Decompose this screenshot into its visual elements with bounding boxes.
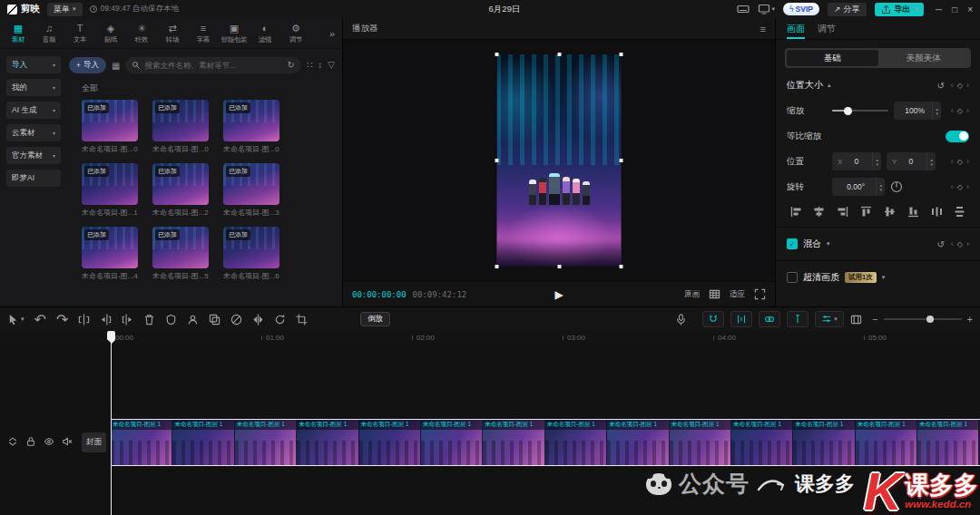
timeline-clip[interactable]: 未命名项目-图层 1 bbox=[731, 420, 793, 465]
export-button[interactable]: 导出 ▾ bbox=[875, 3, 925, 16]
media-item[interactable]: 已添加 未命名项目-图...1.jpeg bbox=[82, 163, 138, 218]
selection-handle[interactable] bbox=[620, 265, 623, 268]
import-button[interactable]: + 导入 bbox=[69, 57, 106, 73]
media-item[interactable]: 已添加 未命名项目-图...3.jpeg bbox=[223, 163, 279, 218]
film-strip-icon[interactable] bbox=[850, 314, 862, 326]
media-tab[interactable]: ⇄ 转场 bbox=[157, 23, 188, 44]
properties-subtab[interactable]: 美颜美体 bbox=[878, 50, 970, 66]
position-x-stepper[interactable]: X 0 ▴▾ bbox=[832, 152, 881, 170]
zoom-out-icon[interactable]: − bbox=[872, 315, 877, 325]
grid-size-icon[interactable]: ∷ bbox=[307, 61, 312, 70]
media-item[interactable]: 已添加 未命名项目-图...0.jpeg bbox=[152, 100, 209, 154]
media-tab[interactable]: ▦ 素材 bbox=[3, 23, 34, 44]
keyframe-controls[interactable]: ‹◇› bbox=[951, 106, 969, 115]
view-toggle-icon[interactable]: ▦ bbox=[112, 61, 120, 71]
preview-axis-toggle[interactable] bbox=[787, 311, 808, 327]
scale-value-stepper[interactable]: 100% ▴▾ bbox=[894, 102, 941, 120]
reverse-button[interactable]: 倒放 bbox=[360, 312, 390, 326]
align-center-horizontal-icon[interactable] bbox=[810, 204, 828, 219]
media-nav-item[interactable]: 官方素材 ▾ bbox=[6, 147, 61, 164]
refresh-icon[interactable]: ↻ bbox=[288, 61, 295, 70]
linkage-toggle[interactable] bbox=[759, 311, 780, 327]
timeline-clip[interactable]: 未命名项目-图层 1 bbox=[483, 420, 544, 465]
media-nav-item[interactable]: 我的 ▾ bbox=[6, 79, 61, 96]
align-bottom-icon[interactable] bbox=[904, 204, 922, 219]
shortcut-keyboard-icon[interactable] bbox=[737, 3, 750, 15]
timeline-clip[interactable]: 未命名项目-图层 1 bbox=[421, 420, 483, 465]
zoom-slider-thumb[interactable] bbox=[926, 316, 934, 323]
align-top-icon[interactable] bbox=[858, 204, 876, 219]
undo-icon[interactable]: ↶ bbox=[34, 311, 46, 328]
timeline-clip[interactable]: 未命名项目-图层 1 bbox=[670, 420, 731, 465]
menu-button[interactable]: 菜单 ▾ bbox=[47, 3, 83, 16]
zoom-in-icon[interactable]: + bbox=[967, 315, 973, 325]
keyframe-controls[interactable]: ‹◇› bbox=[951, 81, 969, 90]
track-layout-dropdown[interactable]: ▾ bbox=[815, 311, 844, 327]
selection-handle[interactable] bbox=[495, 159, 499, 162]
uniform-scale-toggle[interactable] bbox=[946, 131, 969, 142]
timeline-clip[interactable]: 未命名项目-图层 1 bbox=[235, 420, 297, 465]
distribute-horizontal-icon[interactable] bbox=[927, 204, 946, 219]
position-y-stepper[interactable]: Y 0 ▴▾ bbox=[887, 152, 936, 170]
timeline-clip[interactable]: 未命名项目-图层 1 bbox=[111, 420, 172, 465]
media-thumbnail[interactable]: 已添加 bbox=[152, 100, 209, 141]
media-tab[interactable]: ◐ 滤镜 bbox=[250, 23, 280, 44]
media-tab[interactable]: T 文本 bbox=[64, 23, 95, 44]
stepper-arrows[interactable]: ▴▾ bbox=[872, 152, 881, 170]
align-right-icon[interactable] bbox=[834, 204, 852, 219]
media-item[interactable]: 已添加 未命名项目-图...5.jpeg bbox=[152, 227, 209, 281]
timeline-clip[interactable]: 未命名项目-图层 1 bbox=[545, 420, 607, 465]
delete-icon[interactable] bbox=[143, 314, 155, 326]
close-button[interactable]: × bbox=[967, 5, 973, 15]
playhead[interactable] bbox=[111, 331, 112, 515]
media-thumbnail[interactable]: 已添加 bbox=[82, 100, 138, 141]
select-tool-icon[interactable]: ▾ bbox=[7, 314, 24, 326]
overlay-icon[interactable] bbox=[209, 314, 220, 326]
timeline-clip[interactable]: 未命名项目-图层 1 bbox=[297, 420, 358, 465]
media-tab[interactable]: ⚙ 调节 bbox=[280, 23, 311, 44]
timeline-clip[interactable]: 未命名项目-图层 1 bbox=[917, 420, 979, 465]
timeline-clip[interactable]: 未命名项目-图层 1 bbox=[856, 420, 917, 465]
selection-handle[interactable] bbox=[557, 53, 561, 56]
media-thumbnail[interactable]: 已添加 bbox=[82, 227, 138, 268]
mute-track-icon[interactable] bbox=[62, 436, 73, 447]
display-mode-icon[interactable]: ▾ bbox=[758, 3, 776, 15]
media-thumbnail[interactable]: 已添加 bbox=[82, 163, 138, 205]
maximize-button[interactable]: □ bbox=[952, 5, 957, 15]
media-item[interactable]: 已添加 未命名项目-图...4.jpeg bbox=[82, 227, 138, 281]
keyframe-controls[interactable]: ‹◇› bbox=[951, 157, 969, 166]
media-nav-item[interactable]: 即梦AI bbox=[6, 170, 61, 187]
search-box[interactable]: ↻ bbox=[125, 57, 301, 73]
redo-icon[interactable]: ↷ bbox=[56, 311, 68, 328]
align-left-icon[interactable] bbox=[787, 204, 805, 219]
properties-subtab[interactable]: 基础 bbox=[787, 50, 878, 66]
svip-badge[interactable]: ϟ SVIP bbox=[783, 3, 819, 15]
media-item[interactable]: 已添加 未命名项目-图...6.jpeg bbox=[223, 227, 279, 281]
blend-checkbox[interactable]: ✓ bbox=[787, 238, 798, 249]
fit-mode-button[interactable]: 适应 bbox=[730, 289, 745, 300]
distribute-vertical-icon[interactable] bbox=[951, 204, 969, 219]
properties-tab[interactable]: 调节 bbox=[818, 18, 836, 39]
stepper-arrows[interactable]: ▴▾ bbox=[926, 152, 936, 170]
media-nav-item[interactable]: 导入 ▾ bbox=[6, 56, 61, 73]
collapse-caret-icon[interactable]: ▴ bbox=[828, 82, 831, 89]
timeline-zoom-slider[interactable] bbox=[884, 318, 962, 320]
keyframe-controls[interactable]: ‹◇› bbox=[951, 182, 969, 191]
play-button[interactable]: ▶ bbox=[554, 288, 563, 301]
crop-icon[interactable] bbox=[296, 314, 308, 326]
main-track-magnet-toggle[interactable] bbox=[702, 311, 724, 327]
media-item[interactable]: 已添加 未命名项目-图...0.jpeg bbox=[82, 100, 138, 154]
video-preview[interactable] bbox=[497, 54, 622, 267]
minimize-button[interactable]: ─ bbox=[936, 5, 942, 15]
search-input[interactable] bbox=[144, 61, 283, 70]
selection-handle[interactable] bbox=[495, 265, 499, 268]
position-size-header[interactable]: 位置大小 ▴ ↺ ‹◇› bbox=[776, 73, 980, 98]
media-thumbnail[interactable]: 已添加 bbox=[152, 163, 209, 205]
timeline-clip[interactable]: 未命名项目-图层 1 bbox=[607, 420, 669, 465]
preview-quality-button[interactable]: 原画 bbox=[684, 289, 700, 300]
auto-snap-toggle[interactable] bbox=[730, 311, 752, 327]
scale-slider[interactable] bbox=[832, 105, 888, 116]
fullscreen-icon[interactable] bbox=[754, 288, 766, 300]
media-thumbnail[interactable]: 已添加 bbox=[152, 227, 209, 268]
rotate-dial[interactable] bbox=[890, 180, 903, 193]
